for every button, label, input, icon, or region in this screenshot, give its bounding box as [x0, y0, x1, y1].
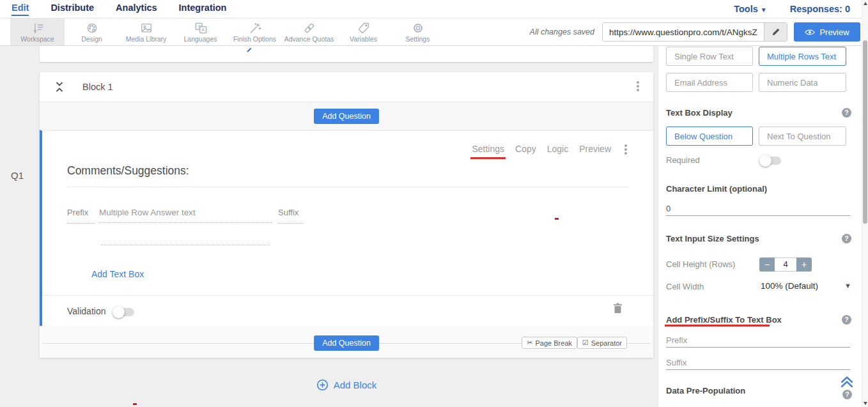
display-below-question-button[interactable]: Below Question [666, 127, 753, 146]
toolbar-right: All changes saved Preview [530, 19, 868, 45]
help-icon[interactable] [842, 315, 851, 325]
question-tabs: Settings Copy Logic Preview [472, 144, 627, 159]
question-number-label: Q1 [11, 170, 24, 181]
edit-url-button[interactable] [764, 23, 787, 41]
question-title[interactable]: Comments/Suggestions: [67, 164, 189, 178]
toolbar-item-label: Design [81, 35, 102, 43]
help-icon[interactable] [842, 108, 851, 118]
collapse-block-icon[interactable] [55, 81, 64, 93]
type-email-address-button[interactable]: Email Address [666, 73, 753, 92]
tab-question-logic[interactable]: Logic [547, 144, 568, 159]
data-prepopulation-heading: Data Pre-Population [666, 386, 745, 395]
scrollbar-down-arrow[interactable] [864, 402, 867, 405]
toolbar-item-label: Media Library [126, 35, 167, 43]
tab-integration[interactable]: Integration [179, 3, 227, 16]
magic-wand-icon [248, 22, 262, 35]
toolbar-item-workspace[interactable]: Workspace [10, 19, 65, 45]
add-question-bottom-button[interactable]: Add Question [314, 335, 379, 351]
prefix-inline-label[interactable]: Prefix [67, 208, 95, 224]
prefix-input[interactable] [666, 334, 850, 348]
vertical-scrollbar[interactable] [862, 0, 868, 407]
tab-question-settings[interactable]: Settings [472, 144, 504, 159]
text-box-display-heading: Text Box Display [666, 108, 732, 118]
preview-button[interactable]: Preview [794, 22, 860, 42]
suffix-input[interactable] [666, 356, 850, 370]
page-break-button[interactable]: ✂ Page Break [522, 337, 577, 349]
toolbar-item-label: Settings [406, 35, 430, 43]
chain-link-icon [302, 22, 316, 35]
suffix-inline-label[interactable]: Suffix [278, 208, 302, 224]
add-block-button[interactable]: Add Block [40, 379, 653, 391]
editor-toolbar: Workspace Design Media Library 文A Langua… [0, 19, 868, 46]
svg-text:A: A [201, 27, 205, 33]
nav-right: Tools▼ Responses: 0 [734, 4, 859, 14]
type-numeric-data-button[interactable]: Numeric Data [759, 73, 846, 92]
type-single-row-text-button[interactable]: Single Row Text [666, 47, 753, 66]
cell-width-select[interactable]: 100% (Default) [761, 281, 818, 291]
block-header: Block 1 [40, 72, 653, 102]
tools-label: Tools [734, 4, 758, 14]
tab-question-preview[interactable]: Preview [579, 144, 611, 159]
prefix-suffix-heading: Add Prefix/Suffix To Text Box [666, 315, 782, 325]
checkbox-checked-icon: ☑ [582, 339, 589, 347]
delete-question-icon[interactable] [613, 303, 623, 316]
separator-button[interactable]: ☑ Separator [577, 337, 627, 349]
character-limit-input[interactable] [666, 202, 850, 216]
add-text-box-link[interactable]: Add Text Box [91, 269, 144, 279]
workspace-icon [31, 22, 45, 35]
block-menu-icon[interactable] [637, 81, 639, 93]
validation-label: Validation [67, 306, 105, 316]
toolbar-items: Workspace Design Media Library 文A Langua… [0, 19, 445, 45]
tab-question-copy[interactable]: Copy [515, 144, 536, 159]
increment-button[interactable]: + [796, 257, 812, 272]
answer-textbox-placeholder[interactable]: Multiple Row Answer text [99, 208, 272, 223]
block-title: Block 1 [82, 82, 113, 92]
question-menu-icon[interactable] [624, 144, 627, 156]
decrement-button[interactable]: − [759, 257, 775, 272]
toolbar-item-variables[interactable]: Variables [336, 19, 391, 45]
survey-url-input[interactable] [603, 23, 764, 41]
save-status: All changes saved [530, 27, 594, 36]
validation-toggle[interactable] [114, 308, 134, 316]
add-question-button[interactable]: Add Question [314, 109, 379, 124]
toolbar-item-design[interactable]: Design [65, 19, 119, 45]
tools-menu[interactable]: Tools▼ [734, 4, 767, 14]
character-limit-heading: Character Limit (optional) [666, 184, 767, 194]
annotation-red-underline [665, 325, 770, 326]
survey-url-group [602, 22, 787, 42]
toolbar-item-label: Variables [350, 35, 377, 43]
divider [42, 295, 653, 296]
toolbar-item-finish-options[interactable]: Finish Options [228, 19, 282, 45]
toolbar-item-advance-quotas[interactable]: Advance Quotas [282, 19, 336, 45]
help-icon[interactable] [842, 234, 851, 243]
scrollbar-up-arrow[interactable] [864, 2, 867, 5]
page-break-label: Page Break [536, 339, 572, 347]
scroll-to-top-icon[interactable] [839, 374, 855, 391]
toolbar-item-languages[interactable]: 文A Languages [173, 19, 228, 45]
separator-label: Separator [591, 339, 622, 347]
answer-textbox-row2[interactable] [101, 245, 270, 245]
responses-link[interactable]: Responses: 0 [790, 4, 850, 14]
gear-icon [411, 22, 425, 35]
divider [67, 187, 629, 187]
toolbar-item-label: Workspace [20, 35, 54, 43]
toolbar-item-media-library[interactable]: Media Library [119, 19, 173, 45]
toolbar-item-label: Advance Quotas [284, 35, 334, 43]
tab-edit[interactable]: Edit [12, 3, 29, 16]
cell-height-value[interactable]: 4 [775, 257, 796, 272]
question-settings-sidebar: Single Row Text Multiple Rows Text Email… [658, 46, 862, 407]
type-multiple-rows-text-button[interactable]: Multiple Rows Text [759, 47, 846, 66]
tab-analytics[interactable]: Analytics [116, 3, 157, 16]
tab-distribute[interactable]: Distribute [50, 3, 94, 16]
text-input-size-heading: Text Input Size Settings [666, 234, 759, 243]
cell-height-label: Cell Height (Rows) [666, 259, 735, 269]
chevron-down-icon[interactable]: ▼ [844, 282, 851, 289]
cell-height-stepper: − 4 + [759, 257, 812, 272]
palette-icon [85, 22, 99, 35]
help-icon[interactable] [842, 390, 852, 399]
scrollbar-thumb[interactable] [863, 40, 867, 224]
toolbar-item-settings[interactable]: Settings [391, 19, 445, 45]
required-toggle[interactable] [761, 157, 781, 165]
display-next-to-question-button[interactable]: Next To Question [759, 127, 846, 146]
add-block-label: Add Block [334, 380, 377, 390]
